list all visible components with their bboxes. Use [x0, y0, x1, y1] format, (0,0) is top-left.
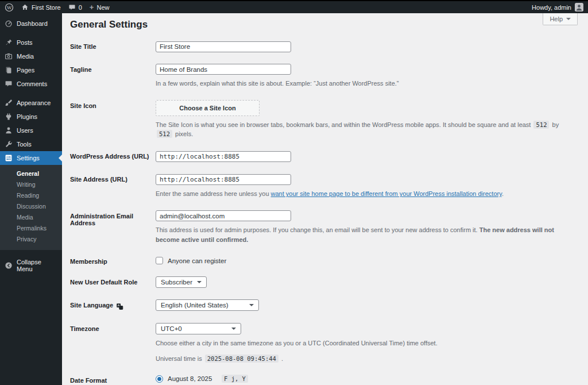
- site-icon-description: The Site Icon is what you see in browser…: [156, 120, 577, 140]
- admin-email-description: This address is used for admin purposes.…: [156, 225, 577, 244]
- form-row-date-format: Date Format August 8, 2025 F j, Y 2025-0…: [70, 375, 577, 385]
- different-homepage-link[interactable]: want your site home page to be different…: [271, 190, 502, 197]
- universal-time-value: 2025-08-08 09:45:44: [205, 355, 278, 363]
- chevron-down-icon: [231, 328, 236, 332]
- collapse-menu-button[interactable]: Collapse Menu: [0, 256, 62, 275]
- site-address-description: Enter the same address here unless you w…: [156, 189, 577, 199]
- chevron-down-icon: [249, 304, 254, 309]
- sidebar-item-label: Plugins: [17, 113, 37, 120]
- submenu-item-media[interactable]: Media: [0, 212, 62, 223]
- tools-icon: [5, 140, 13, 148]
- tagline-description: In a few words, explain what this site i…: [156, 79, 577, 88]
- avatar: [575, 3, 583, 11]
- date-format-label: Date Format: [70, 375, 156, 385]
- submenu-item-privacy[interactable]: Privacy: [0, 234, 62, 245]
- site-title-label: Site Title: [70, 41, 156, 52]
- admin-bar: W First Store 0 + New Howdy, admin: [0, 0, 588, 13]
- form-row-wordpress-address: WordPress Address (URL): [70, 151, 577, 162]
- universal-time-line: Universal time is 2025-08-08 09:45:44 .: [156, 354, 577, 364]
- form-row-site-address: Site Address (URL) Enter the same addres…: [70, 174, 577, 199]
- sidebar-item-label: Settings: [17, 155, 40, 161]
- form-row-site-title: Site Title: [70, 41, 577, 52]
- chevron-down-icon: [566, 18, 571, 22]
- sidebar-item-tools[interactable]: Tools: [0, 137, 62, 151]
- default-role-select[interactable]: Subscriber: [156, 276, 207, 288]
- site-language-select[interactable]: English (United States): [156, 299, 259, 311]
- sidebar-item-label: Users: [17, 127, 33, 134]
- sidebar-item-appearance[interactable]: Appearance: [0, 96, 62, 110]
- site-address-input[interactable]: [156, 174, 291, 185]
- submenu-item-reading[interactable]: Reading: [0, 190, 62, 201]
- date-format-option-1[interactable]: August 8, 2025 F j, Y: [156, 375, 577, 383]
- timezone-select[interactable]: UTC+0: [156, 323, 241, 334]
- collapse-menu-label: Collapse Menu: [17, 259, 57, 272]
- sidebar-item-comments[interactable]: Comments: [0, 77, 62, 91]
- site-language-label: Site Language: [70, 299, 156, 311]
- form-row-admin-email: Administration Email Address This addres…: [70, 210, 577, 245]
- timezone-value: UTC+0: [161, 325, 182, 332]
- wordpress-logo-menu[interactable]: W: [5, 3, 14, 12]
- pages-icon: [5, 66, 13, 74]
- submenu-item-discussion[interactable]: Discussion: [0, 201, 62, 212]
- users-icon: [5, 126, 13, 134]
- wordpress-address-input[interactable]: [156, 151, 291, 162]
- sidebar-item-label: Posts: [17, 39, 33, 46]
- sidebar-item-label: Appearance: [17, 99, 51, 106]
- sidebar-item-posts[interactable]: Posts: [0, 36, 62, 49]
- dashboard-icon: [5, 20, 13, 28]
- sidebar-item-label: Media: [17, 53, 34, 60]
- pushpin-icon: [5, 38, 13, 47]
- tagline-input[interactable]: [156, 64, 291, 75]
- form-row-timezone: Timezone UTC+0 Choose either a city in t…: [70, 323, 577, 363]
- form-row-site-language: Site Language English (United States): [70, 299, 577, 311]
- submenu-item-permalinks[interactable]: Permalinks: [0, 223, 62, 234]
- submenu-item-general[interactable]: General: [0, 168, 62, 179]
- sidebar-item-dashboard[interactable]: Dashboard: [0, 17, 62, 30]
- sidebar-item-settings[interactable]: Settings: [0, 151, 62, 165]
- site-address-desc-text: Enter the same address here unless you: [156, 190, 271, 197]
- icon-size-value: 512: [157, 130, 172, 138]
- admin-sidebar: Dashboard Posts Media Pages Comments: [0, 13, 62, 385]
- comments-icon: [5, 80, 13, 88]
- site-title-input[interactable]: [156, 41, 291, 52]
- sidebar-item-label: Tools: [17, 141, 32, 148]
- anyone-can-register-option[interactable]: Anyone can register: [156, 256, 577, 264]
- submenu-item-writing[interactable]: Writing: [0, 179, 62, 190]
- form-row-site-icon: Site Icon Choose a Site Icon The Site Ic…: [70, 100, 577, 140]
- home-icon: [21, 3, 29, 11]
- comments-count: 0: [79, 4, 82, 11]
- checkbox-label: Anyone can register: [168, 257, 226, 264]
- howdy-text: Howdy, admin: [532, 4, 571, 11]
- wordpress-admin-screen: W First Store 0 + New Howdy, admin: [0, 0, 588, 385]
- universal-time-suffix: .: [281, 355, 283, 362]
- collapse-arrow-icon: [5, 261, 13, 270]
- checkbox-icon[interactable]: [156, 257, 163, 264]
- sidebar-item-label: Comments: [17, 80, 47, 87]
- choose-site-icon-button[interactable]: Choose a Site Icon: [156, 100, 260, 116]
- admin-bar-comments[interactable]: 0: [68, 3, 82, 11]
- admin-bar-new[interactable]: + New: [90, 4, 110, 11]
- help-label: Help: [550, 16, 563, 22]
- site-icon-desc-by: by: [552, 121, 559, 128]
- tagline-label: Tagline: [70, 64, 156, 88]
- site-icon-desc-after: pixels.: [175, 130, 193, 137]
- chevron-down-icon: [197, 281, 202, 286]
- help-button[interactable]: Help: [543, 13, 578, 25]
- sidebar-item-media[interactable]: Media: [0, 49, 62, 63]
- membership-label: Membership: [70, 256, 156, 265]
- admin-bar-site-link[interactable]: First Store: [21, 3, 61, 11]
- admin-bar-account[interactable]: Howdy, admin: [532, 3, 583, 11]
- comment-bubble-icon: [68, 3, 76, 11]
- admin-email-input[interactable]: [156, 210, 291, 221]
- sidebar-item-users[interactable]: Users: [0, 124, 62, 137]
- svg-text:W: W: [7, 5, 12, 10]
- radio-icon[interactable]: [156, 375, 163, 383]
- sidebar-item-plugins[interactable]: Plugins: [0, 110, 62, 124]
- media-icon: [5, 52, 13, 60]
- default-role-label: New User Default Role: [70, 276, 156, 288]
- settings-icon: [5, 154, 13, 162]
- site-language-value: English (United States): [161, 302, 229, 309]
- sidebar-item-pages[interactable]: Pages: [0, 63, 62, 77]
- admin-bar-left: W First Store 0 + New: [5, 3, 532, 12]
- form-row-membership: Membership Anyone can register: [70, 256, 577, 265]
